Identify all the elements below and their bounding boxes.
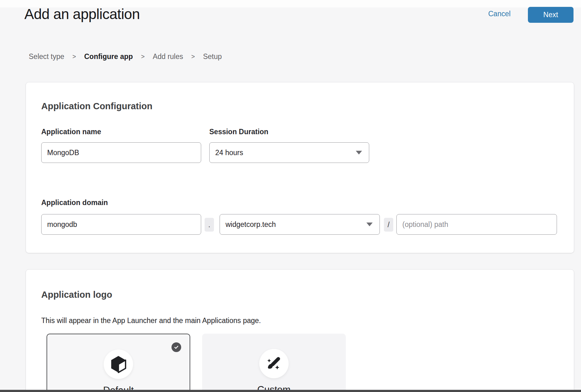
add-application-page: Add an application Cancel Next Select ty…: [0, 0, 581, 392]
breadcrumb: Select type > Configure app > Add rules …: [29, 52, 222, 61]
application-logo-heading: Application logo: [41, 290, 112, 300]
logo-option-custom[interactable]: Custom: [202, 334, 346, 392]
session-duration-select[interactable]: 24 hours: [209, 142, 369, 163]
domain-value: widgetcorp.tech: [226, 220, 276, 229]
step-select-type[interactable]: Select type: [29, 52, 64, 61]
breadcrumb-separator-icon: >: [191, 53, 195, 60]
application-logo-card: Application logo This will appear in the…: [26, 269, 574, 392]
step-configure-app[interactable]: Configure app: [84, 52, 133, 61]
step-add-rules[interactable]: Add rules: [153, 52, 183, 61]
path-input[interactable]: [396, 214, 557, 235]
domain-select[interactable]: widgetcorp.tech: [220, 214, 380, 235]
next-button[interactable]: Next: [528, 7, 574, 23]
application-name-input[interactable]: [41, 142, 201, 163]
logo-option-default[interactable]: Default: [47, 334, 190, 392]
chevron-down-icon: [356, 151, 362, 154]
paintbrush-icon: [265, 355, 283, 372]
application-domain-label: Application domain: [41, 198, 108, 207]
application-name-label: Application name: [41, 128, 101, 136]
selected-check-badge: [171, 342, 181, 352]
session-duration-label: Session Duration: [209, 128, 268, 136]
breadcrumb-separator-icon: >: [141, 53, 145, 60]
step-setup[interactable]: Setup: [203, 52, 222, 61]
bottom-window-edge: [0, 390, 581, 392]
slash-separator: /: [384, 218, 393, 232]
page-title: Add an application: [24, 6, 140, 22]
check-icon: [174, 345, 179, 350]
cube-icon: [109, 355, 127, 374]
chevron-down-icon: [366, 223, 373, 226]
application-logo-description: This will appear in the App Launcher and…: [41, 316, 261, 325]
custom-logo-circle: [259, 349, 289, 378]
dot-separator: .: [205, 218, 214, 232]
breadcrumb-separator-icon: >: [72, 53, 76, 60]
session-duration-value: 24 hours: [215, 149, 243, 157]
application-configuration-card: Application Configuration Application na…: [26, 82, 574, 253]
default-logo-circle: [104, 350, 133, 379]
application-configuration-heading: Application Configuration: [41, 101, 152, 111]
subdomain-input[interactable]: [41, 214, 201, 235]
cancel-button[interactable]: Cancel: [488, 10, 511, 18]
